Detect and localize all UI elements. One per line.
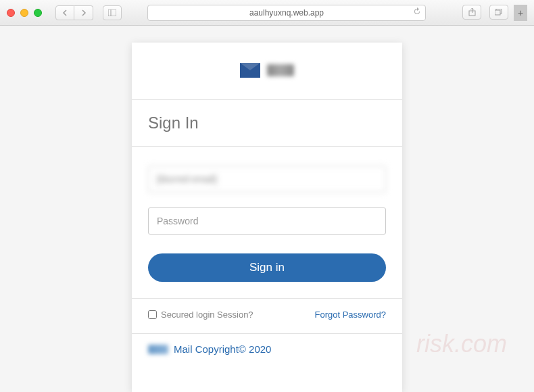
- share-button[interactable]: [462, 5, 481, 20]
- new-tab-button[interactable]: +: [514, 5, 527, 21]
- secured-label: Secured login Session?: [161, 310, 253, 320]
- forgot-password-link[interactable]: Forgot Password?: [315, 310, 387, 320]
- sidebar-toggle-button[interactable]: [103, 5, 122, 20]
- back-button[interactable]: [55, 5, 74, 20]
- options-row: Secured login Session? Forgot Password?: [132, 299, 402, 333]
- svg-rect-4: [495, 10, 500, 15]
- card-footer: Mail Copyright© 2020: [132, 334, 402, 367]
- signin-card: Sign In Sign in Secured login Session? F…: [132, 43, 402, 392]
- tabs-button[interactable]: [489, 5, 508, 20]
- card-header: [132, 43, 402, 99]
- brand-name-blurred: [267, 64, 294, 76]
- close-window-icon[interactable]: [7, 9, 15, 17]
- signin-title: Sign In: [132, 100, 402, 146]
- reload-icon[interactable]: [413, 7, 421, 18]
- browser-toolbar: aaulhyuxnq.web.app +: [0, 0, 534, 26]
- secured-checkbox-input[interactable]: [148, 310, 157, 319]
- password-input[interactable]: [148, 207, 386, 235]
- svg-rect-0: [108, 9, 116, 16]
- maximize-window-icon[interactable]: [34, 9, 42, 17]
- forward-button[interactable]: [74, 5, 93, 20]
- window-controls: [7, 9, 42, 17]
- minimize-window-icon[interactable]: [20, 9, 28, 17]
- form-area: Sign in: [132, 147, 402, 298]
- address-bar[interactable]: aaulhyuxnq.web.app: [147, 5, 426, 21]
- mail-logo: [240, 63, 294, 78]
- url-text: aaulhyuxnq.web.app: [249, 8, 324, 18]
- footer-text: Mail Copyright© 2020: [174, 343, 271, 355]
- signin-button[interactable]: Sign in: [148, 253, 386, 282]
- page-content: Sign In Sign in Secured login Session? F…: [0, 26, 534, 392]
- footer-brand-blurred: [148, 345, 168, 354]
- secured-session-checkbox[interactable]: Secured login Session?: [148, 310, 253, 320]
- username-input[interactable]: [148, 166, 386, 193]
- mail-icon: [240, 63, 260, 78]
